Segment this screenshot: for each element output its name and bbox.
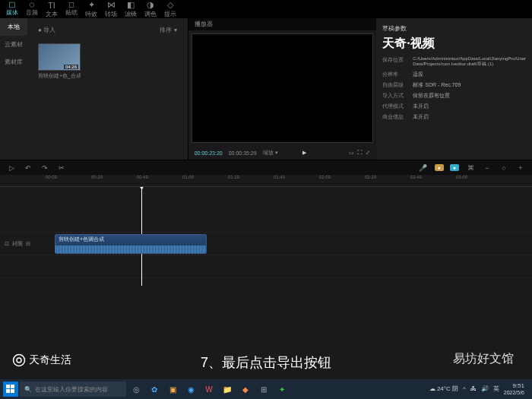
tab-cloud[interactable]: 云素材 (0, 36, 27, 53)
search-icon: 🔍 (24, 386, 32, 393)
taskbar-app-2[interactable]: ✿ (146, 382, 163, 397)
preview-panel: 播放器 00:00:23:20 00:00:35:29 缩放 ▾ ▶ ▭ ⛶ ⤢ (188, 18, 377, 160)
panel-title: 草稿参数 (382, 24, 526, 33)
preview-viewport[interactable] (192, 33, 374, 143)
tool-audio[interactable]: 音频 (23, 2, 41, 17)
properties-panel: 草稿参数 天奇·视频 保存位置C:/Users/Administrator/Ap… (376, 18, 532, 160)
volume-icon[interactable]: 🔊 (481, 385, 489, 392)
ratio-icon[interactable]: ▭ (349, 150, 354, 156)
taskbar-app-5[interactable]: W (201, 382, 217, 397)
undo-button[interactable]: ↶ (23, 163, 33, 173)
audio-waveform (55, 245, 206, 253)
mic-icon[interactable]: 🎤 (418, 163, 429, 173)
link-icon[interactable]: ⌘ (465, 163, 476, 173)
import-button[interactable]: ● 导入 (38, 26, 55, 34)
timecode-out: 00:00:35:29 (229, 150, 257, 156)
watermark-bottom-left: 天奇生活 (12, 353, 71, 367)
taskbar-app-6[interactable]: 📁 (219, 382, 236, 397)
tool-color[interactable]: ◑调色 (141, 2, 160, 17)
cut-tool[interactable]: ✂ (56, 163, 67, 173)
taskbar-app-8[interactable]: ⊞ (255, 382, 272, 397)
tool-transition[interactable]: ⋈转场 (102, 2, 120, 17)
timeline-ruler[interactable]: 00:00 00:20 00:40 01:00 01:20 01:40 02:0… (0, 175, 532, 187)
windows-taskbar: 🔍 在这里输入你要搜索的内容 ◎ ✿ ▣ ◉ W 📁 ◆ ⊞ ✦ ☁ 24°C … (0, 379, 532, 399)
tool-filter[interactable]: ◧滤镜 (122, 2, 140, 17)
zoom-in[interactable]: + (515, 163, 526, 173)
svg-rect-8 (11, 389, 14, 393)
clip-filename: 剪映创建+色_合成.mp4 (38, 72, 81, 80)
zoom-slider[interactable]: ○ (499, 163, 509, 173)
zoom-out[interactable]: − (482, 163, 492, 173)
taskbar-search[interactable]: 🔍 在这里输入你要搜索的内容 (20, 382, 126, 397)
brand-logo: 天奇·视频 (382, 36, 526, 52)
timeline-toolbar: ▷ ↶ ↷ ✂ 🎤 ● ● ⌘ − ○ + (0, 160, 532, 175)
watermark-bottom-right: 易坊好文馆 (453, 351, 514, 367)
cursor-tool[interactable]: ▷ (6, 163, 17, 173)
network-icon[interactable]: 🖧 (470, 385, 477, 392)
tool-media[interactable]: 媒体 (3, 2, 21, 17)
auto-badge[interactable]: ● (435, 164, 444, 171)
tool-sticker[interactable]: 贴纸 (62, 2, 81, 17)
svg-rect-7 (6, 389, 10, 393)
svg-rect-5 (6, 385, 10, 388)
fullscreen-icon[interactable]: ⛶ (357, 150, 363, 156)
clock-date[interactable]: 2022/5/6 (504, 390, 524, 396)
expand-icon[interactable]: ⤢ (366, 150, 370, 156)
tool-effect[interactable]: ✦特效 (82, 2, 100, 17)
tab-library[interactable]: 素材库 (0, 53, 27, 71)
clip-thumbnail[interactable] (38, 43, 81, 71)
taskbar-app-4[interactable]: ◉ (182, 382, 199, 397)
sort-dropdown[interactable]: 排序 ▾ (160, 26, 176, 34)
svg-rect-2 (69, 3, 74, 8)
system-tray[interactable]: ☁ 24°C 阴 ^ 🖧 🔊 英 9:51 2022/5/6 (429, 383, 529, 395)
zoom-dropdown[interactable]: 缩放 ▾ (263, 149, 278, 157)
clock-time[interactable]: 9:51 (504, 383, 524, 390)
tool-hint[interactable]: ◇提示 (161, 2, 179, 17)
media-clip[interactable]: 剪映创建+色_合成.mp4 (38, 43, 81, 80)
svg-rect-6 (11, 385, 14, 388)
top-toolbar: 媒体 音频 TI文本 贴纸 ✦特效 ⋈转场 ◧滤镜 ◑调色 ◇提示 (0, 0, 532, 18)
play-button[interactable]: ▶ (302, 150, 306, 156)
svg-point-4 (17, 358, 21, 363)
svg-point-1 (30, 3, 34, 8)
start-button[interactable] (3, 382, 18, 397)
redo-button[interactable]: ↷ (40, 163, 50, 173)
svg-point-3 (14, 355, 25, 366)
taskbar-app-7[interactable]: ◆ (237, 382, 254, 397)
tool-text[interactable]: TI文本 (43, 2, 61, 17)
auto-badge2[interactable]: ● (450, 164, 459, 171)
timecode-in: 00:00:23:20 (195, 150, 223, 156)
svg-rect-0 (10, 2, 15, 8)
taskbar-app-3[interactable]: ▣ (164, 382, 181, 397)
timeline-clip[interactable]: 剪映创建+色调合成 (55, 234, 207, 254)
tab-local[interactable]: 本地 (0, 18, 27, 36)
tutorial-caption: 7、最后点击导出按钮 (201, 353, 331, 372)
timeline-tracks[interactable]: ⊡ 封面 ⊟ 剪映创建+色调合成 (0, 187, 532, 286)
tray-chevron[interactable]: ^ (463, 385, 466, 392)
taskbar-app-1[interactable]: ◎ (128, 382, 144, 397)
taskbar-app-9[interactable]: ✦ (274, 382, 290, 397)
track-header[interactable]: ⊡ 封面 ⊟ (0, 240, 46, 248)
media-panel: 本地 云素材 素材库 ● 导入 排序 ▾ 剪映创建+色_合成.mp4 (0, 18, 188, 160)
mute-icon[interactable]: ⊟ (26, 241, 30, 247)
lock-icon[interactable]: ⊡ (5, 241, 9, 247)
ime-icon[interactable]: 英 (493, 385, 499, 393)
weather-widget[interactable]: ☁ 24°C 阴 (429, 385, 458, 393)
preview-title: 播放器 (188, 18, 377, 30)
